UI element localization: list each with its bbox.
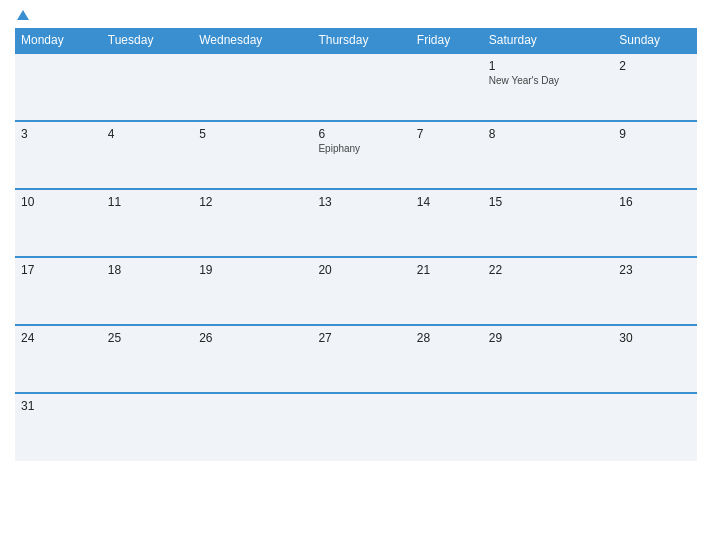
day-header-monday: Monday bbox=[15, 28, 102, 53]
day-number: 27 bbox=[318, 331, 404, 345]
calendar-cell: 5 bbox=[193, 121, 312, 189]
calendar-cell bbox=[102, 393, 193, 461]
calendar-cell: 18 bbox=[102, 257, 193, 325]
day-header-saturday: Saturday bbox=[483, 28, 614, 53]
calendar-cell: 12 bbox=[193, 189, 312, 257]
day-number: 15 bbox=[489, 195, 608, 209]
day-header-wednesday: Wednesday bbox=[193, 28, 312, 53]
week-row-2: 3456Epiphany789 bbox=[15, 121, 697, 189]
event-label: Epiphany bbox=[318, 143, 404, 154]
day-number: 18 bbox=[108, 263, 187, 277]
calendar-cell: 4 bbox=[102, 121, 193, 189]
week-row-4: 17181920212223 bbox=[15, 257, 697, 325]
calendar-cell bbox=[312, 53, 410, 121]
calendar-cell: 9 bbox=[613, 121, 697, 189]
day-number: 9 bbox=[619, 127, 691, 141]
calendar-cell bbox=[411, 53, 483, 121]
calendar-grid: MondayTuesdayWednesdayThursdayFridaySatu… bbox=[15, 28, 697, 461]
day-number: 28 bbox=[417, 331, 477, 345]
calendar-cell: 22 bbox=[483, 257, 614, 325]
calendar-cell: 16 bbox=[613, 189, 697, 257]
calendar-cell: 24 bbox=[15, 325, 102, 393]
day-header-sunday: Sunday bbox=[613, 28, 697, 53]
day-number: 23 bbox=[619, 263, 691, 277]
calendar-cell: 10 bbox=[15, 189, 102, 257]
calendar-cell bbox=[15, 53, 102, 121]
day-number: 16 bbox=[619, 195, 691, 209]
day-number: 11 bbox=[108, 195, 187, 209]
calendar-cell: 17 bbox=[15, 257, 102, 325]
day-header-friday: Friday bbox=[411, 28, 483, 53]
day-number: 4 bbox=[108, 127, 187, 141]
calendar-cell: 1New Year's Day bbox=[483, 53, 614, 121]
day-number: 10 bbox=[21, 195, 96, 209]
day-number: 31 bbox=[21, 399, 96, 413]
calendar-cell: 19 bbox=[193, 257, 312, 325]
day-number: 3 bbox=[21, 127, 96, 141]
day-number: 5 bbox=[199, 127, 306, 141]
calendar-cell: 26 bbox=[193, 325, 312, 393]
logo bbox=[15, 10, 29, 20]
day-number: 17 bbox=[21, 263, 96, 277]
day-number: 7 bbox=[417, 127, 477, 141]
day-number: 13 bbox=[318, 195, 404, 209]
calendar-cell: 8 bbox=[483, 121, 614, 189]
day-number: 22 bbox=[489, 263, 608, 277]
event-label: New Year's Day bbox=[489, 75, 608, 86]
calendar-cell: 23 bbox=[613, 257, 697, 325]
calendar-cell: 31 bbox=[15, 393, 102, 461]
day-header-thursday: Thursday bbox=[312, 28, 410, 53]
calendar-cell: 2 bbox=[613, 53, 697, 121]
day-number: 20 bbox=[318, 263, 404, 277]
calendar-cell bbox=[193, 393, 312, 461]
logo-triangle-icon bbox=[17, 10, 29, 20]
calendar-cell bbox=[312, 393, 410, 461]
calendar-cell: 25 bbox=[102, 325, 193, 393]
calendar-cell: 30 bbox=[613, 325, 697, 393]
calendar-cell: 28 bbox=[411, 325, 483, 393]
day-number: 19 bbox=[199, 263, 306, 277]
calendar-cell bbox=[613, 393, 697, 461]
calendar-cell bbox=[483, 393, 614, 461]
calendar-header bbox=[15, 10, 697, 20]
day-number: 29 bbox=[489, 331, 608, 345]
day-number: 1 bbox=[489, 59, 608, 73]
calendar-cell: 7 bbox=[411, 121, 483, 189]
day-number: 12 bbox=[199, 195, 306, 209]
calendar-cell: 11 bbox=[102, 189, 193, 257]
day-number: 24 bbox=[21, 331, 96, 345]
week-row-6: 31 bbox=[15, 393, 697, 461]
calendar-cell bbox=[102, 53, 193, 121]
calendar-cell: 27 bbox=[312, 325, 410, 393]
day-number: 25 bbox=[108, 331, 187, 345]
day-number: 14 bbox=[417, 195, 477, 209]
calendar-cell: 15 bbox=[483, 189, 614, 257]
calendar-cell: 21 bbox=[411, 257, 483, 325]
day-number: 8 bbox=[489, 127, 608, 141]
day-number: 6 bbox=[318, 127, 404, 141]
days-header-row: MondayTuesdayWednesdayThursdayFridaySatu… bbox=[15, 28, 697, 53]
calendar-cell: 29 bbox=[483, 325, 614, 393]
day-number: 30 bbox=[619, 331, 691, 345]
calendar-cell bbox=[193, 53, 312, 121]
calendar-cell: 6Epiphany bbox=[312, 121, 410, 189]
calendar-cell: 14 bbox=[411, 189, 483, 257]
day-number: 2 bbox=[619, 59, 691, 73]
week-row-1: 1New Year's Day2 bbox=[15, 53, 697, 121]
week-row-3: 10111213141516 bbox=[15, 189, 697, 257]
day-number: 21 bbox=[417, 263, 477, 277]
calendar-container: MondayTuesdayWednesdayThursdayFridaySatu… bbox=[0, 0, 712, 550]
day-number: 26 bbox=[199, 331, 306, 345]
calendar-cell: 20 bbox=[312, 257, 410, 325]
calendar-cell: 3 bbox=[15, 121, 102, 189]
day-header-tuesday: Tuesday bbox=[102, 28, 193, 53]
calendar-cell: 13 bbox=[312, 189, 410, 257]
week-row-5: 24252627282930 bbox=[15, 325, 697, 393]
calendar-cell bbox=[411, 393, 483, 461]
